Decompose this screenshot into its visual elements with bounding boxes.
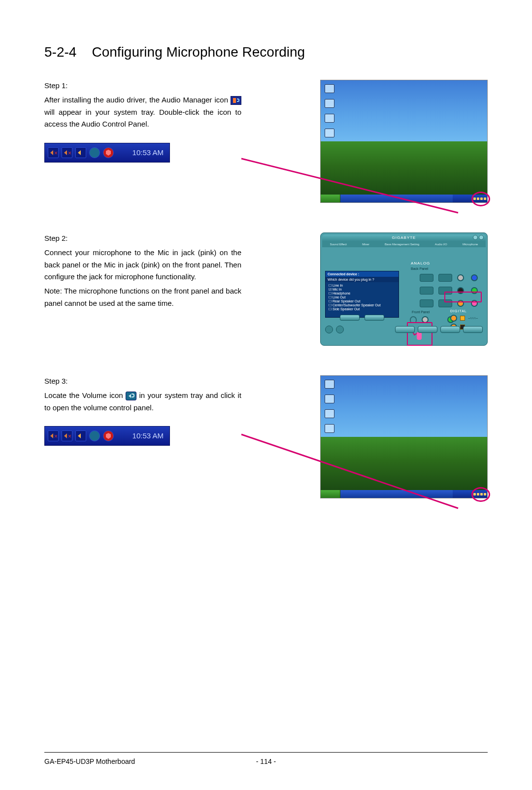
step-2-p1: Connect your microphone to the Mic in ja… [44,247,241,283]
tray-mute-icon [48,147,59,158]
tab-audio-io[interactable]: Audio I/O [435,243,447,246]
desktop-icons [325,84,334,137]
spdif-optical-icon[interactable] [460,316,465,321]
info-icon[interactable] [325,326,333,333]
opt-mic-in[interactable]: Mic In [329,288,396,292]
back-panel-label: Back Panel [411,267,428,270]
step-3-body: Locate the Volume icon in your system tr… [44,390,241,414]
step-2-block: Step 2: Connect your microphone to the M… [44,232,488,346]
callout-arrow-1 [118,154,473,223]
dialog-question: Which device did you plug in ? [326,277,399,282]
callout-circle-1 [471,192,490,206]
step-3-body-pre: Locate the Volume icon [44,391,126,399]
tray-mute2-icon [62,147,72,158]
step-1-block: Step 1: After installing the audio drive… [44,80,488,203]
highlight-mic-back [444,292,482,302]
dialog-buttons [326,313,399,323]
spdif-coax-icon[interactable] [450,315,457,322]
tab-sound-effect[interactable]: Sound Effect [330,243,347,246]
dialog-ok-button[interactable] [340,315,360,321]
tray-speaker-icon [75,430,86,441]
window-controls[interactable] [473,235,484,240]
desktop-icons [325,380,334,433]
volume-icon [126,392,136,400]
tray-shield-icon [103,147,114,158]
back-panel-jacks [420,273,480,308]
tray-mute2-icon [62,430,72,441]
digital-sublabel: ‒ʌᴧᴧ‒ [468,316,478,320]
panel-ok-button[interactable] [463,326,483,333]
step-1-text: Step 1: After installing the audio drive… [44,80,241,163]
tray-speaker-icon [75,147,86,158]
desktop-icon [325,99,334,108]
jack-slot [438,274,452,282]
section-heading: 5-2-4 Configuring Microphone Recording [44,44,488,60]
step-2-text: Step 2: Connect your microphone to the M… [44,232,241,312]
tray-shield-icon [103,430,114,441]
svg-line-1 [241,434,458,508]
analog-area: ANALOG Back Panel [322,247,486,336]
opt-center-sub[interactable]: Center/Subwoofer Speaker Out [329,303,396,307]
digital-label: DIGITAL [450,309,481,313]
opt-line-in[interactable]: Line In [329,284,396,288]
front-panel-label: Front Panel [412,310,430,314]
opt-rear-out[interactable]: Rear Speaker Out [329,299,396,303]
svg-line-0 [241,159,458,213]
desktop-icon [325,380,334,389]
tab-bass[interactable]: Bass Management Setting [385,243,419,246]
panel-brand: GIGABYTE [392,235,416,240]
panel-button[interactable] [440,326,460,333]
audio-panel-titlebar: GIGABYTE [322,234,486,241]
analog-label: ANALOG [411,261,430,265]
section-title-text: Configuring Microphone Recording [92,44,305,60]
dialog-cancel-button[interactable] [365,315,384,321]
callout-arrow-2 [118,429,473,518]
jack-cs-out[interactable] [457,274,464,281]
dialog-title: Connected device : [326,271,399,277]
panel-button[interactable] [395,326,415,333]
step-1-body-post: will appear in your system tray. Double-… [44,108,241,129]
device-plug-dialog: Connected device : Which device did you … [325,271,399,318]
step-2-figure: GIGABYTE Sound Effect Mixer Bass Managem… [320,232,488,346]
step-3-label: Step 3: [44,375,241,388]
desktop-icon [325,114,334,123]
desktop-icon [325,395,334,403]
step-2-label: Step 2: [44,232,241,245]
tab-mixer[interactable]: Mixer [362,243,369,246]
audio-control-panel: GIGABYTE Sound Effect Mixer Bass Managem… [320,232,488,346]
desktop-icon [325,84,334,93]
step-2-p2: Note: The microphone functions on the fr… [44,285,241,310]
jack-slot [420,287,433,295]
desktop-icon [325,129,334,137]
footer-model: GA-EP45-UD3P Motherboard [44,757,135,765]
tray-volume-icon [89,430,100,441]
audio-body: ANALOG Back Panel [322,247,486,336]
help-icon[interactable] [336,326,344,333]
panel-button[interactable] [418,326,437,333]
step-3-block: Step 3: Locate the Volume icon in your s… [44,375,488,498]
step-1-body-pre: After installing the audio driver, the A… [44,96,231,104]
footer-page-number: - 114 - [256,757,276,765]
page-footer: GA-EP45-UD3P Motherboard - 114 - [44,752,488,765]
jack-line-in[interactable] [471,274,478,281]
audio-manager-icon [231,96,241,105]
tray-volume-icon [89,147,100,158]
callout-circle-2 [471,487,490,502]
panel-bottom-bar [325,325,483,334]
dialog-options: Line In Mic In Headphone Line Out Rear S… [326,282,399,313]
step-1-label: Step 1: [44,80,241,92]
audio-tabs: Sound Effect Mixer Bass Management Setti… [322,241,486,247]
opt-side-out[interactable]: Side Speaker Out [329,307,396,311]
page-root: 5-2-4 Configuring Microphone Recording S… [0,0,532,790]
step-1-body: After installing the audio driver, the A… [44,94,241,131]
section-number: 5-2-4 [44,44,76,60]
jack-slot [420,274,433,282]
desktop-icon [325,409,334,418]
tray-mute-icon [48,430,59,441]
opt-headphone[interactable]: Headphone [329,292,396,296]
opt-line-out[interactable]: Line Out [329,296,396,299]
tab-microphone[interactable]: Microphone [463,243,478,246]
digital-row: ‒ʌᴧᴧ‒ [450,315,481,322]
jack-slot [420,299,433,307]
